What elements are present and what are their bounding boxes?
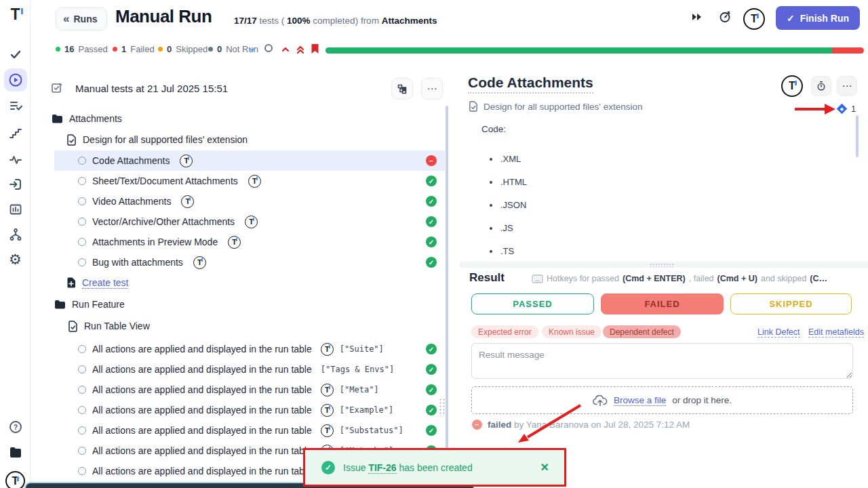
test-circle-icon xyxy=(78,258,86,266)
tree-test-code-attachments[interactable]: Code Attachments T − xyxy=(54,150,445,171)
test-circle-icon xyxy=(78,447,86,455)
test-tag: ["Tags & Envs"] xyxy=(321,365,394,374)
pill-expected-error[interactable]: Expected error xyxy=(471,325,538,338)
linked-defects-badge[interactable]: 1 xyxy=(838,104,856,114)
file-dropzone[interactable]: Browse a file or drop it here. xyxy=(471,386,853,414)
tree-test-run-table-2[interactable]: All actions are applied and displayed in… xyxy=(54,359,445,380)
edit-metafields-link[interactable]: Edit metafields xyxy=(808,327,864,338)
fast-forward-button[interactable] xyxy=(690,11,704,26)
toast-message: Issue TIF-26 has been created xyxy=(343,462,473,473)
test-circle-icon xyxy=(78,218,86,226)
detail-title[interactable]: Code Attachments xyxy=(468,75,593,94)
toast-close-icon[interactable]: ✕ xyxy=(540,461,549,474)
rail-item-steps[interactable] xyxy=(0,127,31,141)
back-to-runs-button[interactable]: « Runs xyxy=(56,7,107,30)
browse-file-link[interactable]: Browse a file xyxy=(614,395,666,406)
skipped-button[interactable]: SKIPPED xyxy=(730,293,852,314)
passed-button[interactable]: PASSED xyxy=(471,293,594,314)
app-logo[interactable]: T xyxy=(0,7,31,22)
tree-more-button[interactable]: ⋯ xyxy=(421,78,443,100)
test-circle-icon xyxy=(78,177,86,185)
test-tag: ["Example"] xyxy=(340,405,393,415)
tree-test-preview[interactable]: Attachments in Preview Mode T ✓ xyxy=(54,232,445,252)
back-chevrons-icon: « xyxy=(63,12,69,26)
testomat-icon: T xyxy=(321,404,334,417)
passed-status-icon: ✓ xyxy=(426,384,437,395)
passed-status-icon: ✓ xyxy=(426,176,437,186)
test-label: Bug with attachments xyxy=(92,257,183,268)
rail-item-help[interactable]: ? xyxy=(0,420,31,434)
pill-dependent-defect[interactable]: Dependent defect xyxy=(603,325,681,338)
defect-diamond-icon xyxy=(837,104,848,115)
testomat-icon: T xyxy=(228,236,241,249)
list-item: .TS xyxy=(490,246,514,256)
detail-brand-badge[interactable]: T xyxy=(781,75,803,97)
detail-scrollbar[interactable] xyxy=(856,115,859,157)
rail-item-branches[interactable] xyxy=(0,228,31,241)
tree-test-bug[interactable]: Bug with attachments T ✓ xyxy=(54,252,445,272)
rail-item-import[interactable] xyxy=(0,178,31,191)
passed-status-icon: ✓ xyxy=(426,364,437,375)
result-message-input[interactable] xyxy=(471,343,853,379)
test-label: Attachments in Preview Mode xyxy=(92,237,218,247)
test-circle-icon xyxy=(78,157,86,165)
failed-button[interactable]: FAILED xyxy=(601,293,724,314)
testomat-icon: T xyxy=(180,155,193,167)
bookmark-button[interactable] xyxy=(311,43,319,54)
rail-item-runs-selected[interactable] xyxy=(4,68,27,92)
passed-status-icon: ✓ xyxy=(426,405,437,415)
rail-item-plans[interactable] xyxy=(0,99,31,113)
tree-header: Manual tests at 21 Jul 2025 15:51 xyxy=(51,82,228,94)
tree-view-button[interactable] xyxy=(391,78,413,100)
tree-suite-run-table-view[interactable]: Run Table View xyxy=(68,316,458,336)
upload-cloud-icon xyxy=(593,394,608,407)
collapse-toggle[interactable] xyxy=(248,45,257,54)
tree-test-run-table-5[interactable]: All actions are applied and displayed in… xyxy=(54,420,445,441)
timer-button[interactable] xyxy=(717,9,732,26)
pill-known-issue[interactable]: Known issue xyxy=(542,325,601,338)
chevron-down-icon xyxy=(248,45,257,54)
tree-test-video[interactable]: Video Attachments T ✓ xyxy=(54,191,445,211)
suite-label: Run Table View xyxy=(84,321,150,331)
folder-label: Attachments xyxy=(69,113,122,124)
test-label: All actions are applied and displayed in… xyxy=(92,425,312,436)
toast-issue-created: ✓ Issue TIF-26 has been created ✕ xyxy=(303,448,566,487)
brand-badge[interactable]: T xyxy=(743,8,765,30)
rail-item-projects[interactable] xyxy=(0,447,31,459)
finish-run-button[interactable]: ✓ Finish Run xyxy=(776,6,860,30)
rail-item-tests[interactable] xyxy=(0,47,31,61)
rail-item-settings[interactable]: ⚙ xyxy=(0,252,31,266)
tree-test-sheet[interactable]: Sheet/Text/Document Attachments T ✓ xyxy=(54,171,445,191)
create-test-link[interactable]: Create test xyxy=(66,272,457,293)
tree-folder-run-feature[interactable]: Run Feature xyxy=(54,294,445,314)
testomat-icon: T xyxy=(248,175,261,188)
passed-status-icon: ✓ xyxy=(426,257,437,268)
link-defect-link[interactable]: Link Defect xyxy=(757,327,800,338)
test-circle-icon xyxy=(78,406,86,414)
issue-id-link[interactable]: TIF-26 xyxy=(368,462,396,474)
rail-item-analytics[interactable] xyxy=(0,203,31,216)
test-label: All actions are applied and displayed in… xyxy=(92,405,312,415)
jump-first-failed-button[interactable] xyxy=(296,45,305,54)
tree-folder-attachments[interactable]: Attachments xyxy=(52,108,442,129)
tree-test-vector[interactable]: Vector/Archive/Other Attachments T ✓ xyxy=(54,211,445,232)
status-bar: 16Passed 1Failed 0Skipped 0Not Run xyxy=(31,38,868,62)
panel-resize-handle[interactable] xyxy=(439,398,446,416)
tree-scrollbar[interactable] xyxy=(446,106,448,487)
detail-more-button[interactable]: ⋯ xyxy=(837,76,857,96)
filter-notrun-button[interactable] xyxy=(264,44,273,52)
jump-prev-failed-button[interactable] xyxy=(281,45,290,54)
rail-item-pulse[interactable] xyxy=(0,153,31,167)
failed-status-icon: − xyxy=(472,420,482,430)
avatar-logo-icon: T xyxy=(5,471,25,488)
test-circle-icon xyxy=(78,238,86,246)
divider-resize-handle[interactable] xyxy=(650,263,674,267)
tree-test-run-table-4[interactable]: All actions are applied and displayed in… xyxy=(54,400,445,420)
test-label: Vector/Archive/Other Attachments xyxy=(92,216,235,227)
tree-test-run-table-1[interactable]: All actions are applied and displayed in… xyxy=(54,339,445,359)
code-label: Code: xyxy=(481,124,506,134)
tree-suite-design[interactable]: Design for all supported files' extensio… xyxy=(66,129,457,150)
tree-test-run-table-3[interactable]: All actions are applied and displayed in… xyxy=(54,380,445,400)
detail-timer-button[interactable] xyxy=(811,76,831,96)
test-label: All actions are applied and displayed in… xyxy=(92,445,312,456)
